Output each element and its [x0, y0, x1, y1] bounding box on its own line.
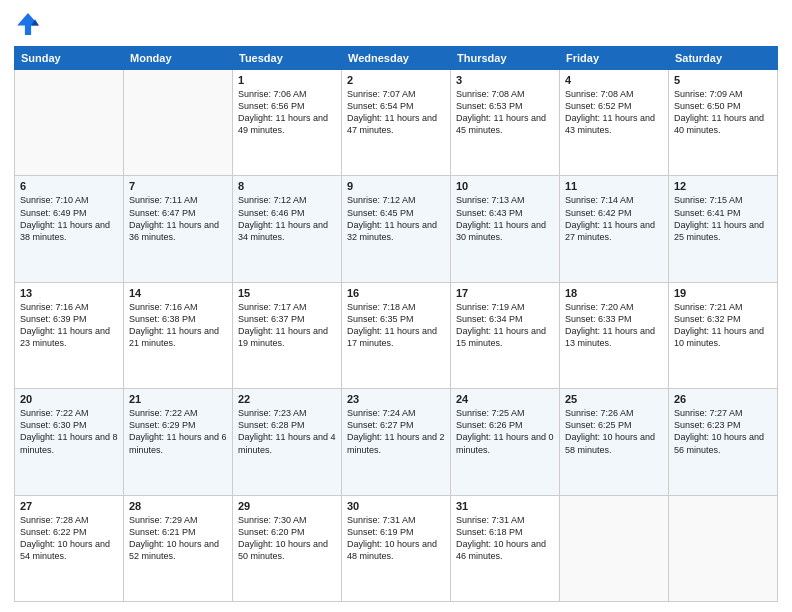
day-number: 30: [347, 500, 445, 512]
day-number: 4: [565, 74, 663, 86]
calendar-cell: 8Sunrise: 7:12 AM Sunset: 6:46 PM Daylig…: [233, 176, 342, 282]
cell-info: Sunrise: 7:29 AM Sunset: 6:21 PM Dayligh…: [129, 514, 227, 563]
day-number: 22: [238, 393, 336, 405]
cell-info: Sunrise: 7:16 AM Sunset: 6:39 PM Dayligh…: [20, 301, 118, 350]
day-number: 8: [238, 180, 336, 192]
cell-info: Sunrise: 7:13 AM Sunset: 6:43 PM Dayligh…: [456, 194, 554, 243]
logo: [14, 10, 46, 38]
day-header-monday: Monday: [124, 47, 233, 70]
calendar-cell: 16Sunrise: 7:18 AM Sunset: 6:35 PM Dayli…: [342, 282, 451, 388]
day-number: 29: [238, 500, 336, 512]
calendar-cell: 5Sunrise: 7:09 AM Sunset: 6:50 PM Daylig…: [669, 70, 778, 176]
calendar-cell: 14Sunrise: 7:16 AM Sunset: 6:38 PM Dayli…: [124, 282, 233, 388]
cell-info: Sunrise: 7:19 AM Sunset: 6:34 PM Dayligh…: [456, 301, 554, 350]
calendar-cell: 20Sunrise: 7:22 AM Sunset: 6:30 PM Dayli…: [15, 389, 124, 495]
calendar-cell: 22Sunrise: 7:23 AM Sunset: 6:28 PM Dayli…: [233, 389, 342, 495]
calendar-header-row: SundayMondayTuesdayWednesdayThursdayFrid…: [15, 47, 778, 70]
calendar-cell: 11Sunrise: 7:14 AM Sunset: 6:42 PM Dayli…: [560, 176, 669, 282]
header: [14, 10, 778, 38]
day-number: 5: [674, 74, 772, 86]
calendar-cell: 28Sunrise: 7:29 AM Sunset: 6:21 PM Dayli…: [124, 495, 233, 601]
calendar-cell: [669, 495, 778, 601]
cell-info: Sunrise: 7:07 AM Sunset: 6:54 PM Dayligh…: [347, 88, 445, 137]
day-number: 10: [456, 180, 554, 192]
day-number: 1: [238, 74, 336, 86]
calendar-cell: 21Sunrise: 7:22 AM Sunset: 6:29 PM Dayli…: [124, 389, 233, 495]
cell-info: Sunrise: 7:26 AM Sunset: 6:25 PM Dayligh…: [565, 407, 663, 456]
calendar-table: SundayMondayTuesdayWednesdayThursdayFrid…: [14, 46, 778, 602]
day-number: 27: [20, 500, 118, 512]
cell-info: Sunrise: 7:20 AM Sunset: 6:33 PM Dayligh…: [565, 301, 663, 350]
day-header-wednesday: Wednesday: [342, 47, 451, 70]
calendar-cell: [124, 70, 233, 176]
calendar-cell: 1Sunrise: 7:06 AM Sunset: 6:56 PM Daylig…: [233, 70, 342, 176]
cell-info: Sunrise: 7:30 AM Sunset: 6:20 PM Dayligh…: [238, 514, 336, 563]
cell-info: Sunrise: 7:22 AM Sunset: 6:29 PM Dayligh…: [129, 407, 227, 456]
day-header-tuesday: Tuesday: [233, 47, 342, 70]
calendar-cell: 7Sunrise: 7:11 AM Sunset: 6:47 PM Daylig…: [124, 176, 233, 282]
week-row-2: 6Sunrise: 7:10 AM Sunset: 6:49 PM Daylig…: [15, 176, 778, 282]
day-number: 6: [20, 180, 118, 192]
day-header-thursday: Thursday: [451, 47, 560, 70]
calendar-cell: 2Sunrise: 7:07 AM Sunset: 6:54 PM Daylig…: [342, 70, 451, 176]
calendar-cell: 3Sunrise: 7:08 AM Sunset: 6:53 PM Daylig…: [451, 70, 560, 176]
calendar-cell: 10Sunrise: 7:13 AM Sunset: 6:43 PM Dayli…: [451, 176, 560, 282]
cell-info: Sunrise: 7:27 AM Sunset: 6:23 PM Dayligh…: [674, 407, 772, 456]
cell-info: Sunrise: 7:23 AM Sunset: 6:28 PM Dayligh…: [238, 407, 336, 456]
day-number: 12: [674, 180, 772, 192]
cell-info: Sunrise: 7:24 AM Sunset: 6:27 PM Dayligh…: [347, 407, 445, 456]
day-header-sunday: Sunday: [15, 47, 124, 70]
calendar-cell: 18Sunrise: 7:20 AM Sunset: 6:33 PM Dayli…: [560, 282, 669, 388]
cell-info: Sunrise: 7:08 AM Sunset: 6:52 PM Dayligh…: [565, 88, 663, 137]
calendar-cell: 30Sunrise: 7:31 AM Sunset: 6:19 PM Dayli…: [342, 495, 451, 601]
calendar-cell: 9Sunrise: 7:12 AM Sunset: 6:45 PM Daylig…: [342, 176, 451, 282]
calendar-cell: 4Sunrise: 7:08 AM Sunset: 6:52 PM Daylig…: [560, 70, 669, 176]
cell-info: Sunrise: 7:10 AM Sunset: 6:49 PM Dayligh…: [20, 194, 118, 243]
calendar-cell: 31Sunrise: 7:31 AM Sunset: 6:18 PM Dayli…: [451, 495, 560, 601]
calendar-cell: 15Sunrise: 7:17 AM Sunset: 6:37 PM Dayli…: [233, 282, 342, 388]
cell-info: Sunrise: 7:17 AM Sunset: 6:37 PM Dayligh…: [238, 301, 336, 350]
day-header-friday: Friday: [560, 47, 669, 70]
cell-info: Sunrise: 7:25 AM Sunset: 6:26 PM Dayligh…: [456, 407, 554, 456]
cell-info: Sunrise: 7:08 AM Sunset: 6:53 PM Dayligh…: [456, 88, 554, 137]
calendar-cell: 17Sunrise: 7:19 AM Sunset: 6:34 PM Dayli…: [451, 282, 560, 388]
calendar-cell: 13Sunrise: 7:16 AM Sunset: 6:39 PM Dayli…: [15, 282, 124, 388]
calendar-cell: 24Sunrise: 7:25 AM Sunset: 6:26 PM Dayli…: [451, 389, 560, 495]
cell-info: Sunrise: 7:16 AM Sunset: 6:38 PM Dayligh…: [129, 301, 227, 350]
calendar-cell: 12Sunrise: 7:15 AM Sunset: 6:41 PM Dayli…: [669, 176, 778, 282]
cell-info: Sunrise: 7:18 AM Sunset: 6:35 PM Dayligh…: [347, 301, 445, 350]
calendar-cell: [15, 70, 124, 176]
logo-icon: [14, 10, 42, 38]
day-number: 3: [456, 74, 554, 86]
cell-info: Sunrise: 7:31 AM Sunset: 6:18 PM Dayligh…: [456, 514, 554, 563]
cell-info: Sunrise: 7:31 AM Sunset: 6:19 PM Dayligh…: [347, 514, 445, 563]
day-number: 7: [129, 180, 227, 192]
cell-info: Sunrise: 7:09 AM Sunset: 6:50 PM Dayligh…: [674, 88, 772, 137]
day-number: 14: [129, 287, 227, 299]
calendar-cell: 6Sunrise: 7:10 AM Sunset: 6:49 PM Daylig…: [15, 176, 124, 282]
page: SundayMondayTuesdayWednesdayThursdayFrid…: [0, 0, 792, 612]
day-number: 26: [674, 393, 772, 405]
week-row-1: 1Sunrise: 7:06 AM Sunset: 6:56 PM Daylig…: [15, 70, 778, 176]
calendar-cell: 26Sunrise: 7:27 AM Sunset: 6:23 PM Dayli…: [669, 389, 778, 495]
day-header-saturday: Saturday: [669, 47, 778, 70]
week-row-5: 27Sunrise: 7:28 AM Sunset: 6:22 PM Dayli…: [15, 495, 778, 601]
day-number: 16: [347, 287, 445, 299]
week-row-3: 13Sunrise: 7:16 AM Sunset: 6:39 PM Dayli…: [15, 282, 778, 388]
day-number: 13: [20, 287, 118, 299]
calendar-cell: 25Sunrise: 7:26 AM Sunset: 6:25 PM Dayli…: [560, 389, 669, 495]
cell-info: Sunrise: 7:21 AM Sunset: 6:32 PM Dayligh…: [674, 301, 772, 350]
day-number: 23: [347, 393, 445, 405]
cell-info: Sunrise: 7:28 AM Sunset: 6:22 PM Dayligh…: [20, 514, 118, 563]
calendar-cell: 27Sunrise: 7:28 AM Sunset: 6:22 PM Dayli…: [15, 495, 124, 601]
day-number: 24: [456, 393, 554, 405]
day-number: 20: [20, 393, 118, 405]
day-number: 31: [456, 500, 554, 512]
calendar-cell: 19Sunrise: 7:21 AM Sunset: 6:32 PM Dayli…: [669, 282, 778, 388]
day-number: 19: [674, 287, 772, 299]
cell-info: Sunrise: 7:22 AM Sunset: 6:30 PM Dayligh…: [20, 407, 118, 456]
cell-info: Sunrise: 7:14 AM Sunset: 6:42 PM Dayligh…: [565, 194, 663, 243]
calendar-cell: 29Sunrise: 7:30 AM Sunset: 6:20 PM Dayli…: [233, 495, 342, 601]
cell-info: Sunrise: 7:15 AM Sunset: 6:41 PM Dayligh…: [674, 194, 772, 243]
cell-info: Sunrise: 7:12 AM Sunset: 6:46 PM Dayligh…: [238, 194, 336, 243]
